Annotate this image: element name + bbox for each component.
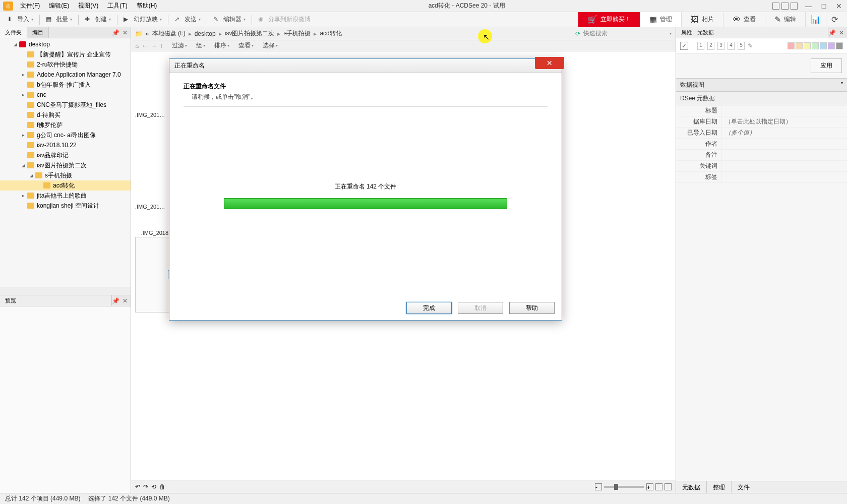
create-button[interactable]: ✚创建▾ bbox=[82, 14, 114, 25]
metadata-view-title[interactable]: 数据视图▾ bbox=[676, 78, 847, 92]
help-button[interactable]: 帮助 bbox=[509, 302, 555, 314]
breadcrumb-item[interactable]: 本地磁盘 (I:) bbox=[152, 29, 186, 38]
tree-item[interactable]: acd转化 bbox=[0, 180, 131, 191]
color-swatch[interactable] bbox=[820, 42, 827, 49]
tree-item[interactable]: ▸g公司 cnc- ai导出图像 bbox=[0, 130, 131, 140]
meta-tags[interactable]: 标签 bbox=[676, 172, 847, 183]
meta-keywords[interactable]: 关键词 bbox=[676, 161, 847, 172]
send-button[interactable]: ↗发送▾ bbox=[171, 14, 204, 25]
up-icon[interactable]: ↑ bbox=[160, 42, 163, 49]
done-button[interactable]: 完成 bbox=[406, 302, 452, 314]
tree-item[interactable]: kongjian sheji 空间设计 bbox=[0, 201, 131, 211]
tree-item[interactable]: ◢desktop bbox=[0, 39, 131, 49]
filter-button[interactable]: 过滤▾ bbox=[172, 41, 187, 50]
folder-icon[interactable]: 📁 bbox=[135, 30, 143, 37]
color-swatch[interactable] bbox=[788, 42, 795, 49]
close-icon[interactable]: ✕ bbox=[835, 2, 843, 10]
menu-file[interactable]: 文件(F) bbox=[16, 0, 44, 12]
breadcrumb-back[interactable]: « bbox=[146, 30, 149, 37]
tab-view[interactable]: 👁查看 bbox=[723, 12, 765, 27]
zoom-in-icon[interactable]: + bbox=[646, 483, 653, 490]
tree-item[interactable]: ◢isv图片拍摄第二次 bbox=[0, 160, 131, 170]
undo-icon[interactable]: ⟲ bbox=[151, 483, 156, 490]
minimize-icon[interactable]: — bbox=[805, 2, 813, 10]
delete-icon[interactable]: 🗑 bbox=[159, 483, 165, 490]
menu-edit[interactable]: 编辑(E) bbox=[45, 0, 73, 12]
pin-icon[interactable]: 📌 bbox=[112, 297, 119, 304]
tree-item[interactable]: b包年服务-推广插入 bbox=[0, 80, 131, 90]
back-icon[interactable]: ← bbox=[142, 42, 148, 49]
tree-item[interactable]: ▸jita吉他书上的歌曲 bbox=[0, 191, 131, 201]
tree-item[interactable]: 【新提醒】宣传片 企业宣传 bbox=[0, 49, 131, 59]
tree-item[interactable]: isv-2018.10.22 bbox=[0, 140, 131, 150]
tab-metadata[interactable]: 元数据 bbox=[676, 481, 707, 493]
tab-photo[interactable]: 🖼相片 bbox=[681, 12, 723, 27]
color-swatch[interactable] bbox=[836, 42, 843, 49]
sort-button[interactable]: 排序▾ bbox=[214, 41, 229, 50]
tab-chart[interactable]: 📊 bbox=[805, 12, 826, 27]
rating-3[interactable]: 3 bbox=[717, 42, 724, 50]
chevron-down-icon[interactable]: ▾ bbox=[670, 31, 672, 36]
meta-author[interactable]: 作者 bbox=[676, 139, 847, 150]
layout-icon-1[interactable] bbox=[772, 3, 779, 10]
pin-icon[interactable]: 📌 bbox=[828, 29, 836, 36]
breadcrumb-item[interactable]: s手机拍摄 bbox=[283, 29, 311, 38]
meta-import-date[interactable]: 已导入日期（多个值） bbox=[676, 128, 847, 139]
menu-help[interactable]: 帮助(H) bbox=[133, 0, 161, 12]
dialog-close-button[interactable]: ✕ bbox=[535, 57, 564, 69]
slideshow-button[interactable]: ▶幻灯放映▾ bbox=[120, 14, 165, 25]
color-swatch[interactable] bbox=[828, 42, 835, 49]
refresh-icon[interactable]: ⟳ bbox=[575, 30, 580, 37]
tree-item[interactable]: 2-ru软件快捷键 bbox=[0, 59, 131, 70]
group-button[interactable]: 组▾ bbox=[196, 41, 205, 50]
tab-file[interactable]: 文件 bbox=[732, 481, 756, 493]
close-panel-icon[interactable]: ✕ bbox=[123, 297, 128, 304]
tab-organize[interactable]: 整理 bbox=[707, 481, 732, 493]
editor-button[interactable]: ✎编辑器▾ bbox=[210, 14, 249, 25]
rating-5[interactable]: 5 bbox=[738, 42, 745, 50]
home-icon[interactable]: ⌂ bbox=[135, 42, 139, 49]
menu-tools[interactable]: 工具(T) bbox=[103, 0, 131, 12]
breadcrumb-item[interactable]: isv图片拍摄第二次 bbox=[225, 29, 275, 38]
tab-sync[interactable]: ⟳ bbox=[826, 12, 843, 27]
rotate-right-icon[interactable]: ↷ bbox=[143, 483, 148, 490]
tab-manage[interactable]: ▦管理 bbox=[640, 12, 681, 27]
rating-1[interactable]: 1 bbox=[697, 42, 704, 50]
weibo-button[interactable]: ◉分享到新浪微博 bbox=[255, 14, 314, 25]
tab-folders[interactable]: 文件夹 bbox=[0, 27, 27, 38]
color-swatch[interactable] bbox=[804, 42, 811, 49]
tab-edit[interactable]: ✎编辑 bbox=[765, 12, 805, 27]
menu-view[interactable]: 视图(V) bbox=[74, 0, 102, 12]
apply-button[interactable]: 应用 bbox=[811, 58, 842, 73]
breadcrumb-current[interactable]: acd转化 bbox=[320, 29, 341, 38]
select-button[interactable]: 选择▾ bbox=[263, 41, 278, 50]
checkbox[interactable]: ✓ bbox=[680, 42, 688, 50]
quick-search[interactable]: ⟳ 快速搜索 ▾ bbox=[571, 29, 672, 38]
zoom-slider[interactable] bbox=[604, 486, 644, 488]
color-swatch[interactable] bbox=[812, 42, 819, 49]
tree-item[interactable]: d-待购买 bbox=[0, 110, 131, 120]
buy-now-button[interactable]: 🛒立即购买！ bbox=[578, 12, 640, 27]
cancel-button[interactable]: 取消 bbox=[458, 302, 503, 314]
thumbnail-item[interactable]: .IMG_2018… bbox=[135, 111, 165, 119]
layout-icon-2[interactable] bbox=[781, 3, 789, 10]
batch-button[interactable]: ▦批量▾ bbox=[43, 14, 75, 25]
pin-icon[interactable]: 📌 bbox=[112, 29, 119, 36]
color-swatch[interactable] bbox=[796, 42, 803, 49]
meta-notes[interactable]: 备注 bbox=[676, 150, 847, 161]
meta-title[interactable]: 标题 bbox=[676, 105, 847, 116]
tree-item[interactable]: ▸Adobe Application Manager 7.0 bbox=[0, 70, 131, 80]
view-mode-2-icon[interactable] bbox=[664, 483, 672, 490]
view-mode-1-icon[interactable] bbox=[655, 483, 662, 490]
meta-db-date[interactable]: 据库日期（单击此处以指定日期） bbox=[676, 116, 847, 128]
layout-icon-3[interactable] bbox=[791, 3, 798, 10]
breadcrumb-item[interactable]: desktop bbox=[195, 30, 216, 37]
folder-tree[interactable]: ◢desktop【新提醒】宣传片 企业宣传2-ru软件快捷键▸Adobe App… bbox=[0, 38, 131, 287]
tree-item[interactable]: ▸cnc bbox=[0, 90, 131, 100]
thumbnail-item[interactable]: .IMG_2018… bbox=[135, 203, 165, 211]
maximize-icon[interactable]: □ bbox=[820, 2, 828, 10]
tree-item[interactable]: ◢s手机拍摄 bbox=[0, 170, 131, 180]
tab-catalog[interactable]: 编目 bbox=[27, 27, 49, 38]
import-button[interactable]: ⬇导入▾ bbox=[4, 14, 36, 25]
rating-4[interactable]: 4 bbox=[728, 42, 735, 50]
